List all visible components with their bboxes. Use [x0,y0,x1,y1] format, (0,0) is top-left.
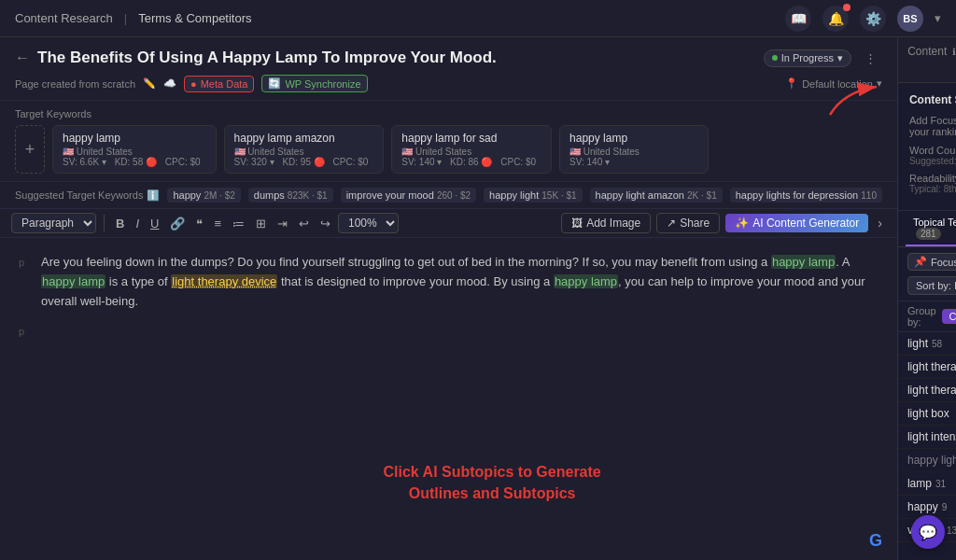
nav-brand: Content Research [15,11,113,25]
main-layout: ← The Benefits Of Using A Happy Lamp To … [0,37,956,560]
cloud-icon[interactable]: ☁️ [163,77,176,90]
keyword-card-0[interactable]: happy lamp 🇺🇸 United States SV: 6.6K ▾ K… [52,125,217,174]
keyword-card-3[interactable]: happy lamp 🇺🇸 United States SV: 140 ▾ [559,125,709,174]
location-icon: 📍 [785,77,798,90]
kw-meta-3: 🇺🇸 United States SV: 140 ▾ [569,147,698,167]
editor-paragraph: Are you feeling down in the dumps? Do yo… [41,253,879,311]
link-btn[interactable]: 🔗 [166,215,189,232]
term-item-light-therapy[interactable]: light therapy h1 title 0 / 2 [898,356,956,379]
keyword-card-2[interactable]: happy lamp for sad 🇺🇸 United States SV: … [391,125,552,174]
sugg-tag-5[interactable]: happy lights for depression 110 [730,188,882,203]
group-by-label: Group by: [907,305,936,328]
term-name-light: light 58 [907,337,956,350]
status-badge[interactable]: In Progress ▾ [764,49,851,67]
avatar-chevron[interactable]: ▾ [935,11,941,25]
page-title: The Benefits Of Using A Happy Lamp To Im… [37,49,756,67]
term-item-light-box[interactable]: light box 0 / 5 [898,402,956,426]
add-keyword-btn[interactable]: + [15,125,45,174]
image-icon: 🖼 [571,217,583,230]
book-icon-btn[interactable]: 📖 [785,6,811,32]
topical-terms-tab[interactable]: Topical Terms 281 [906,211,956,246]
target-keywords-section: Target Keywords + happy lamp 🇺🇸 United S… [0,101,897,182]
keyword-card-1[interactable]: happy lamp amazon 🇺🇸 United States SV: 3… [224,125,385,174]
italic-btn[interactable]: I [132,215,143,232]
undo-btn[interactable]: ↩ [295,215,313,232]
highlight-happy-lamp-1: happy lamp [771,255,836,269]
tab-content[interactable]: Content ℹ [898,37,956,82]
term-item-light-intensity[interactable]: light intensity 0 / 1 [898,426,956,449]
target-keywords-label: Target Keywords [15,108,882,119]
keywords-row: + happy lamp 🇺🇸 United States SV: 6.6K ▾… [15,125,882,174]
kw-cpc-0: CPC: $0 [165,157,201,167]
sugg-tag-4[interactable]: happy light amazon 2K · $1 [590,188,723,203]
readability-label: Readability [909,173,956,184]
kw-sv-0: SV: 6.6K ▾ [63,157,106,167]
sugg-tag-3[interactable]: happy light 15K · $1 [484,188,583,203]
term-name-light-intensity: light intensity [907,430,956,443]
edit-icon[interactable]: ✏️ [143,77,156,90]
chat-bubble-btn[interactable]: 💬 [911,515,945,549]
topical-tabs: Topical Terms 281 Link Suggestions [898,211,956,247]
notification-btn[interactable]: 🔔 [822,6,849,32]
bold-btn[interactable]: B [112,215,128,232]
ai-gen-label: AI Content Generator [752,217,859,230]
kw-meta-2: 🇺🇸 United States SV: 140 ▾ KD: 86 🔴 CPC:… [401,147,541,167]
avatar[interactable]: BS [897,6,923,32]
term-name-lamp: lamp 31 [907,477,956,490]
zoom-select[interactable]: 100% [338,213,399,233]
redo-btn[interactable]: ↪ [316,215,334,232]
back-button[interactable]: ← [15,49,30,66]
annotation-text: Click AI Subtopics to GenerateOutlines a… [383,462,600,504]
right-panel: Content ℹ Technical AI Subtopics Content… [898,37,956,560]
kw-name-2: happy lamp for sad [401,132,541,145]
kw-meta-0: 🇺🇸 United States SV: 6.6K ▾ KD: 58 🔴 CPC… [63,147,206,167]
meta-data-tag[interactable]: ● Meta Data [184,76,254,92]
ai-gen-btn[interactable]: ✨ AI Content Generator [725,214,868,232]
kw-kd-0: KD: 58 🔴 [115,157,157,167]
sugg-tag-2[interactable]: improve your mood 260 · $2 [341,188,476,203]
readability-row: Readability Typical: 8th grade 4th and 5… [909,172,956,195]
term-item-happy-light[interactable]: happy light 0 / 6 [898,449,956,472]
term-item-lamp[interactable]: lamp 31 MSV: 2M ▼ [898,472,956,496]
editor-toolbar: Paragraph B I U 🔗 ❝ ≡ ≔ ⊞ ⇥ ↩ ↪ 100% 🖼 A… [0,209,897,238]
page-title-row: ← The Benefits Of Using A Happy Lamp To … [15,49,882,67]
settings-icon-btn[interactable]: ⚙️ [860,6,886,32]
term-item-light-therapy-lamp[interactable]: light therapy lamp 0 / 7 [898,379,956,402]
nav-current: Terms & Competitors [138,11,251,25]
kw-country-1: 🇺🇸 United States [234,147,304,157]
ul-btn[interactable]: ≔ [229,215,248,232]
sugg-tag-0[interactable]: happy 2M · $2 [167,188,240,203]
kw-name-3: happy lamp [569,132,698,145]
group-clusters-btn[interactable]: Clusters [942,309,956,324]
term-item-light[interactable]: light 58 MSV: 5M ▲ [898,332,956,356]
underline-btn[interactable]: U [147,215,162,232]
sort-select[interactable]: Sort by: Importa... [907,276,956,295]
editor-content[interactable]: p Are you feeling down in the dumps? Do … [0,238,897,560]
more-button[interactable]: ⋮ [859,49,882,67]
paragraph-marker-1: p [19,257,24,268]
arrow-annotation [825,82,881,119]
paragraph-select[interactable]: Paragraph [11,213,96,233]
indent-btn[interactable]: ⇥ [274,215,291,232]
term-name-happy-light: happy light [907,454,956,467]
wp-sync-tag[interactable]: 🔄 WP Synchronize [261,75,367,92]
kw-name-0: happy lamp [63,132,206,145]
editor-panel: ← The Benefits Of Using A Happy Lamp To … [0,37,898,560]
kw-name-1: happy lamp amazon [234,132,374,145]
content-score-section: Content Score 1 Add Focus Terms and leng… [898,83,956,211]
blockquote-btn[interactable]: ❝ [192,215,206,232]
term-name-light-therapy-lamp: light therapy lamp [907,384,956,397]
highlight-happy-lamp-3: happy lamp [554,274,618,288]
sugg-tag-1[interactable]: dumps 823K · $1 [248,188,333,203]
topical-badge: 281 [916,228,941,240]
kw-country-2: 🇺🇸 United States [401,147,471,157]
term-name-light-box: light box [907,407,956,420]
toolbar-more-btn[interactable]: › [874,214,886,232]
add-image-btn[interactable]: 🖼 Add Image [561,213,651,233]
align-btn[interactable]: ≡ [210,215,225,232]
share-btn[interactable]: ↗ Share [656,213,720,233]
ol-btn[interactable]: ⊞ [252,215,270,232]
info-icon-content: ℹ [952,47,956,57]
focus-mode-btn[interactable]: 📌 Focus Mode [907,253,956,271]
google-logo: G [869,531,882,551]
